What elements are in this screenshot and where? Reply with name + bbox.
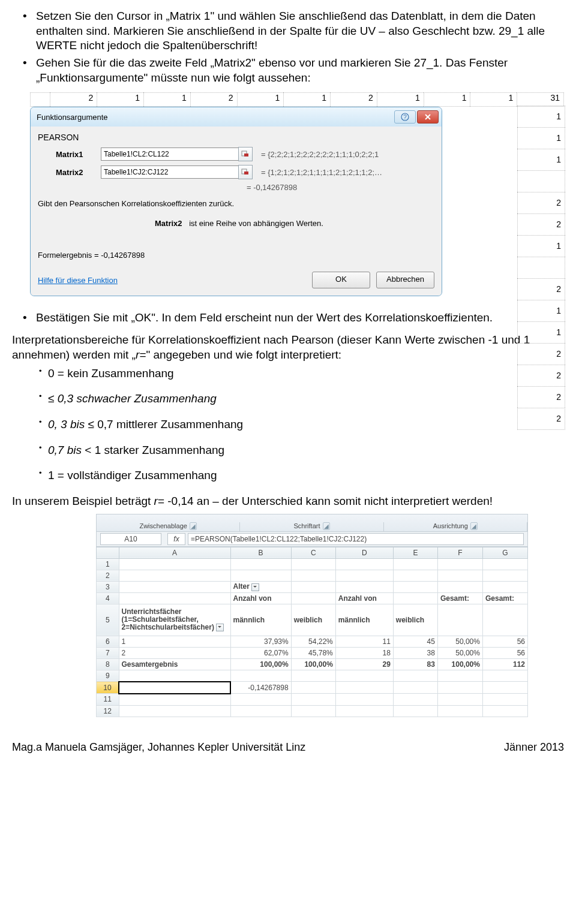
table-row: 11: [97, 694, 528, 706]
result-eval: = -0,14267898: [247, 183, 434, 192]
interp-range-3: 0,7 bis < 1 starker Zusammenhang: [12, 443, 564, 458]
svg-text:?: ?: [403, 114, 407, 121]
excel-cells-side-col: 1 1 1 2 2 1 2 1 1 2 2 2 2: [517, 106, 565, 430]
matrix2-input[interactable]: Tabelle1!CJ2:CJ122: [101, 165, 239, 179]
interp-range-4: 1 = vollständiger Zusammenhang: [12, 468, 564, 483]
table-row: 12: [97, 705, 528, 717]
dialog-launcher-icon[interactable]: ◢: [470, 522, 478, 530]
instruction-1: Setzen Sie den Cursor in „Matrix 1" und …: [12, 9, 564, 53]
interp-range-2: 0, 3 bis ≤ 0,7 mittlerer Zusammenhang: [12, 417, 564, 432]
function-help-link[interactable]: Hilfe für diese Funktion: [38, 276, 118, 285]
matrix1-label: Matrix1: [56, 150, 101, 159]
instruction-3: Bestätigen Sie mit „OK". In dem Feld ers…: [12, 311, 564, 326]
name-box[interactable]: A10: [100, 533, 161, 545]
table-row: 6137,93%54,22%114550,00%56: [97, 636, 528, 647]
matrix2-range-button[interactable]: [238, 165, 253, 179]
table-row: 2: [97, 570, 528, 581]
table-row: 3Alter: [97, 581, 528, 592]
argument-description: Matrix2 ist eine Reihe von abhängigen We…: [155, 219, 434, 228]
formula-bar[interactable]: =PEARSON(Tabelle1!CL2:CL122;Tabelle1!CJ2…: [188, 533, 524, 545]
cancel-button[interactable]: Abbrechen: [376, 272, 434, 288]
fx-button[interactable]: fx: [167, 533, 185, 545]
ok-button[interactable]: OK: [312, 272, 370, 288]
conclusion: In unserem Beispiel beträgt r= -0,14 an …: [12, 494, 564, 509]
instruction-2: Gehen Sie für die das zweite Feld „Matri…: [12, 56, 564, 85]
ribbon-group-clipboard[interactable]: Zwischenablage◢: [97, 522, 240, 531]
interp-range-1: ≤ 0,3 schwacher Zusammenhang: [12, 392, 564, 407]
function-name: PEARSON: [38, 133, 434, 142]
filter-icon[interactable]: [251, 583, 259, 591]
ribbon-group-alignment[interactable]: Ausrichtung◢: [384, 522, 527, 531]
close-button[interactable]: [417, 110, 439, 124]
formula-result-label: Formelergebnis = -0,14267898: [38, 251, 434, 260]
col-header-row: A B C D E F G: [97, 547, 528, 558]
table-row: 9: [97, 670, 528, 682]
dialog-title: Funktionsargumente: [37, 113, 108, 122]
footer-date: Jänner 2013: [504, 741, 564, 754]
matrix2-label: Matrix2: [56, 168, 101, 177]
table-row: 7262,07%45,78%183850,00%56: [97, 647, 528, 658]
close-icon: [424, 113, 431, 121]
svg-rect-5: [244, 154, 248, 156]
matrix1-input[interactable]: Tabelle1!CL2:CL122: [101, 148, 239, 161]
range-select-icon: [241, 168, 250, 176]
excel-screenshot: Zwischenablage◢ Schriftart◢ Ausrichtung◢…: [96, 514, 528, 717]
footer-author: Mag.a Manuela Gamsjäger, Johannes Kepler…: [12, 741, 305, 754]
svg-rect-7: [244, 171, 248, 174]
table-row-selected: 10-0,14267898: [97, 682, 528, 694]
interp-range-0: 0 = kein Zusammenhang: [12, 366, 564, 381]
matrix2-eval: = {1;2;1;2;1;2;1;1;1;1;2;1;2;1;1;2;…: [261, 168, 382, 177]
dialog-launcher-icon[interactable]: ◢: [190, 522, 197, 530]
dialog-launcher-icon[interactable]: ◢: [323, 522, 330, 530]
matrix1-range-button[interactable]: [238, 147, 253, 161]
table-row: 4Anzahl vonAnzahl vonGesamt:Gesamt:: [97, 592, 528, 604]
ribbon-group-font[interactable]: Schriftart◢: [240, 522, 383, 531]
excel-cells-top-row: 2 1 1 2 1 1 2 1 1 1 31: [30, 92, 564, 107]
table-row: 1: [97, 558, 528, 570]
filter-icon[interactable]: [216, 624, 224, 631]
matrix1-eval: = {2;2;2;1;2;2;2;2;2;2;1;1;1;0;2;2;1: [261, 150, 379, 159]
table-row: 8Gesamtergebnis100,00%100,00%2983100,00%…: [97, 658, 528, 670]
range-select-icon: [241, 151, 250, 158]
spreadsheet-grid[interactable]: A B C D E F G 1 2 3Alter 4Anzahl vonAnza…: [96, 547, 528, 717]
help-button[interactable]: ?: [394, 110, 416, 124]
table-row: 5Unterrichtsfächer (1=Schularbeitsfächer…: [97, 604, 528, 636]
interpretation-intro: Interpretationsbereiche für Korrelations…: [12, 333, 564, 362]
function-arguments-dialog: Funktionsargumente ? PEARSON Matrix1: [30, 107, 442, 296]
function-description: Gibt den Pearsonschen Korrelationskoeffi…: [38, 199, 434, 208]
help-icon: ?: [401, 113, 409, 121]
